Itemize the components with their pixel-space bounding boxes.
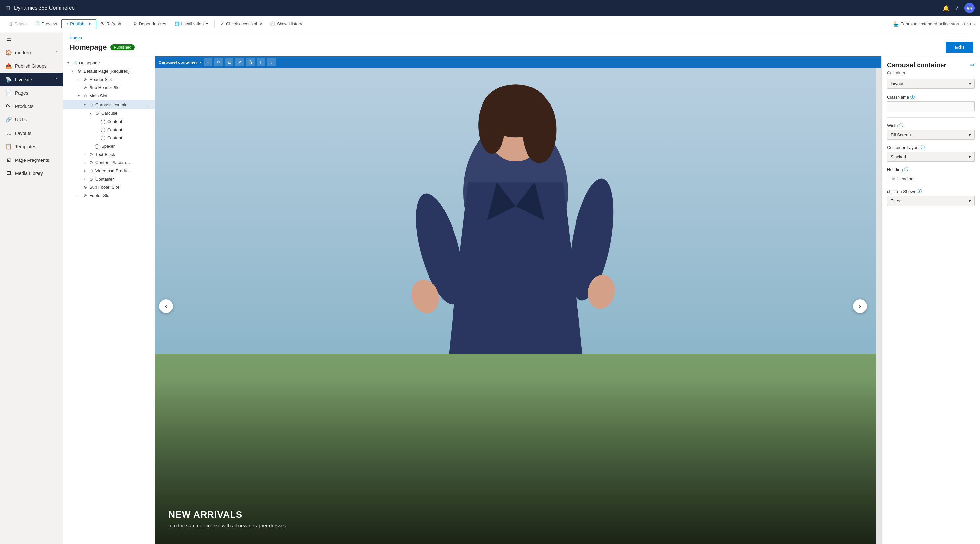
panel-title-row: Carousel container ✏: [887, 62, 975, 69]
pages-icon: 📄: [5, 90, 12, 96]
tree-item-spacer[interactable]: ◯ Spacer: [63, 142, 155, 150]
tree-item-carousel-container[interactable]: ▾ ⊙ Carousel contair …: [63, 100, 155, 109]
classname-input[interactable]: [887, 101, 975, 111]
carousel-wrapper: NEW ARRIVALs Into the summer breeze with…: [155, 68, 876, 544]
edit-button[interactable]: Edit: [946, 42, 974, 52]
heading-button[interactable]: ✏ Heading: [887, 173, 918, 184]
placement-icon: ⊙: [88, 160, 94, 165]
layout-dropdown[interactable]: Layout ▾: [887, 79, 975, 89]
help-icon[interactable]: ?: [955, 5, 958, 11]
panel-edit-icon[interactable]: ✏: [970, 62, 975, 68]
urls-icon: 🔗: [5, 116, 12, 122]
move-up-button[interactable]: ↑: [256, 58, 265, 67]
delete-button[interactable]: 🗑 Delete: [5, 19, 30, 28]
tree-item-container[interactable]: › ⊙ Container: [63, 175, 155, 183]
tree-item-carousel[interactable]: ▾ ⊙ Carousel: [63, 109, 155, 118]
chevron-right-icon: ›: [82, 153, 87, 156]
classname-info-icon[interactable]: ⓘ: [910, 94, 915, 100]
sidebar-item-products[interactable]: 🛍 Products: [0, 100, 63, 113]
history-icon: 🕐: [270, 21, 275, 26]
preview-button[interactable]: 📄 Preview: [32, 19, 60, 28]
carousel-subtext: Into the summer breeze with all new desi…: [169, 523, 286, 528]
store-icon: 🏪: [893, 21, 899, 27]
dependencies-button[interactable]: ⚙ Dependencies: [130, 19, 169, 28]
layouts-icon: ⚏: [5, 130, 12, 136]
refresh-button[interactable]: ↻ Refresh: [98, 19, 125, 28]
width-info-icon[interactable]: ⓘ: [899, 122, 904, 128]
canvas-toolbar-label: Carousel container ▼: [159, 60, 202, 65]
container-layout-dropdown[interactable]: Stacked ▾: [887, 152, 975, 162]
chevron-down-icon: ▾: [66, 61, 70, 65]
publish-chevron[interactable]: ▼: [86, 22, 91, 25]
delete-tool-button[interactable]: 🗑: [246, 58, 255, 67]
carousel-background: NEW ARRIVALs Into the summer breeze with…: [155, 68, 876, 544]
slot-icon: ⊙: [82, 77, 88, 82]
panel-section-label: Container: [887, 70, 975, 75]
chevron-down-icon: ▾: [969, 198, 971, 203]
sidebar-item-modern[interactable]: 🏠 modern ⌃: [0, 46, 63, 59]
container-layout-label: Container Layout ⓘ: [887, 145, 975, 150]
tree-item-footer-slot[interactable]: › ⊙ Footer Slot: [63, 191, 155, 200]
page-node-icon: ⊙: [76, 69, 82, 74]
chevron-right-icon: ›: [76, 78, 81, 81]
tree-item-content-1[interactable]: ◯ Content: [63, 118, 155, 126]
sidebar-item-page-fragments[interactable]: ⬕ Page Fragments: [0, 153, 63, 167]
carousel-text: NEW ARRIVALs Into the summer breeze with…: [169, 509, 286, 528]
carousel-icon: ⊙: [94, 111, 100, 116]
sidebar-item-templates[interactable]: 📋 Templates: [0, 140, 63, 153]
add-tool-button[interactable]: +: [204, 58, 212, 67]
tree-item-homepage[interactable]: ▾ 📄 Homepage: [63, 59, 155, 67]
children-shown-dropdown[interactable]: Three ▾: [887, 196, 975, 206]
sidebar-item-live-site[interactable]: 📡 Live site ⌃: [0, 73, 63, 86]
sidebar-toggle[interactable]: ☰: [0, 32, 63, 46]
tree-item-content-2[interactable]: ◯ Content: [63, 126, 155, 134]
move-down-button[interactable]: ↓: [267, 58, 275, 67]
sidebar-item-media-library[interactable]: 🖼 Media Library: [0, 167, 63, 180]
chevron-down-icon: ▾: [88, 111, 93, 115]
breadcrumb[interactable]: Pages: [70, 35, 974, 40]
export-tool-button[interactable]: ↗: [235, 58, 244, 67]
children-shown-info-icon[interactable]: ⓘ: [918, 188, 922, 194]
check-accessibility-button[interactable]: ✓ Check accessibility: [217, 19, 266, 28]
pen-icon: ✏: [892, 176, 896, 181]
carousel-next-button[interactable]: ›: [853, 299, 867, 313]
tree-item-header-slot[interactable]: › ⊙ Header Slot: [63, 75, 155, 84]
localization-chevron: ▼: [205, 22, 208, 25]
content-icon: ◯: [100, 135, 106, 140]
tree-item-sub-footer-slot[interactable]: ⊙ Sub Footer Slot: [63, 183, 155, 191]
tree-item-content-3[interactable]: ◯ Content: [63, 134, 155, 142]
heading-info-icon[interactable]: ⓘ: [904, 166, 908, 172]
sidebar-item-urls[interactable]: 🔗 URLs: [0, 113, 63, 126]
chevron-down-icon: ▾: [969, 154, 971, 159]
localization-button[interactable]: 🌐 Localization ▼: [171, 19, 212, 28]
grid-icon[interactable]: ⊞: [5, 4, 10, 11]
tree-item-main-slot[interactable]: ▾ ⊙ Main Slot: [63, 92, 155, 100]
status-badge: Published: [110, 45, 135, 50]
tree-item-text-block[interactable]: › ⊙ Text-Block: [63, 150, 155, 159]
avatar[interactable]: AR: [964, 3, 975, 13]
carousel-prev-button[interactable]: ‹: [159, 299, 173, 313]
chevron-icon: ⌃: [55, 51, 57, 54]
show-history-button[interactable]: 🕐 Show History: [267, 19, 305, 28]
sidebar-item-layouts[interactable]: ⚏ Layouts: [0, 126, 63, 140]
publish-button[interactable]: ↑ Publish ▼: [62, 19, 96, 28]
more-options-icon[interactable]: …: [144, 102, 152, 108]
tree-item-default-page[interactable]: ▾ ⊙ Default Page (Required): [63, 67, 155, 75]
copy-tool-button[interactable]: ⧉: [225, 58, 234, 67]
tree-item-sub-header-slot[interactable]: ⊙ Sub Header Slot: [63, 84, 155, 92]
notification-icon[interactable]: 🔔: [943, 5, 950, 11]
classname-label: ClassName ⓘ: [887, 94, 975, 100]
layout-dropdown-label: Layout: [891, 81, 904, 86]
container-layout-info-icon[interactable]: ⓘ: [921, 145, 925, 150]
sidebar-item-publish-groups[interactable]: 📤 Publish Groups: [0, 59, 63, 73]
chevron-icon-live: ⌃: [55, 78, 57, 81]
sidebar-item-pages[interactable]: 📄 Pages: [0, 86, 63, 100]
width-dropdown[interactable]: Fill Screen ▾: [887, 130, 975, 140]
tree-item-content-placement[interactable]: › ⊙ Content Placem…: [63, 159, 155, 167]
slot-icon: ⊙: [82, 193, 88, 198]
panel-title: Carousel container: [887, 62, 947, 69]
tree-item-video-prod[interactable]: › ⊙ Video and Produ…: [63, 167, 155, 175]
video-icon: ⊙: [88, 169, 94, 173]
refresh-tool-button[interactable]: ↻: [215, 58, 223, 67]
container-layout-value: Stacked: [891, 154, 906, 159]
